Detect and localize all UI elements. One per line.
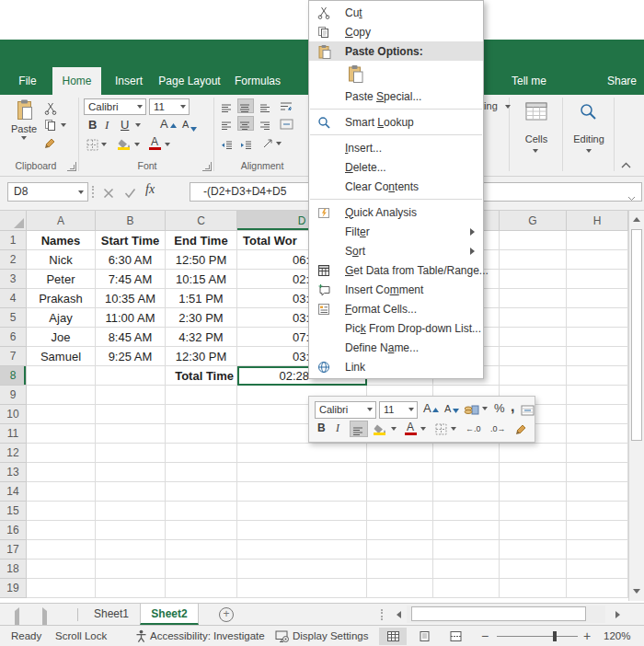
cell-B8[interactable] (96, 366, 166, 386)
scrollbar-resize-handle[interactable] (381, 609, 385, 620)
cell-C15[interactable] (166, 502, 237, 521)
cell-C6[interactable]: 4:32 PM (166, 328, 237, 347)
cell-H8[interactable] (567, 366, 628, 386)
cell-A9[interactable] (27, 386, 96, 405)
cell-A3[interactable]: Peter (27, 270, 96, 289)
mini-format-painter-icon[interactable] (515, 422, 527, 439)
scroll-up-icon[interactable] (629, 211, 644, 227)
hscroll-right-icon[interactable] (609, 606, 626, 623)
cell-H3[interactable] (567, 270, 628, 289)
enter-icon[interactable] (124, 186, 136, 202)
row-header-15[interactable]: 15 (0, 502, 27, 521)
zoom-slider-thumb[interactable] (553, 631, 557, 641)
cell-C11[interactable] (166, 424, 237, 444)
mini-font-color-button[interactable]: A (407, 421, 414, 433)
tab-formulas[interactable]: Formulas (228, 67, 287, 95)
column-header-H[interactable]: H (567, 211, 628, 231)
mini-borders-dropdown-icon[interactable] (451, 427, 456, 431)
cell-C7[interactable]: 12:30 PM (166, 347, 237, 366)
cell-A16[interactable] (27, 521, 96, 540)
cell-G8[interactable] (500, 366, 567, 386)
cell-A4[interactable]: Prakash (27, 289, 96, 308)
cell-H4[interactable] (567, 289, 628, 308)
cell-F18[interactable] (433, 559, 500, 579)
cell-B19[interactable] (96, 579, 166, 598)
menu-item-format-cells[interactable]: Format Cells... (309, 299, 483, 318)
menu-item-pick-from-drop-down-list[interactable]: Pick From Drop-down List... (309, 318, 483, 338)
row-header-18[interactable]: 18 (0, 559, 27, 579)
cell-H11[interactable] (567, 424, 628, 444)
top-align-icon[interactable] (221, 100, 232, 117)
cell-H7[interactable] (567, 347, 628, 366)
mini-font-name-select[interactable]: Calibri (315, 401, 376, 419)
mini-borders-icon[interactable] (435, 422, 447, 439)
scroll-down-icon[interactable] (629, 583, 644, 599)
cell-B5[interactable]: 11:00 AM (96, 308, 166, 328)
cell-A12[interactable] (27, 444, 96, 463)
cell-C18[interactable] (166, 559, 237, 579)
mini-fill-dropdown-icon[interactable] (391, 427, 397, 431)
status-scroll-lock[interactable]: Scroll Lock (55, 626, 107, 646)
cell-C1[interactable]: End Time (166, 231, 237, 250)
cell-E18[interactable] (367, 559, 433, 579)
italic-button[interactable]: I (105, 118, 109, 133)
status-accessibility[interactable]: Accessibility: Investigate (150, 626, 265, 646)
mini-align-center-icon[interactable] (352, 423, 363, 440)
cell-A11[interactable] (27, 424, 96, 444)
cell-G14[interactable] (500, 482, 567, 502)
hscroll-left-icon[interactable] (390, 606, 407, 623)
cell-B3[interactable]: 7:45 AM (96, 270, 166, 289)
name-box[interactable]: D8 (7, 182, 88, 202)
zoom-level[interactable]: 120% (604, 626, 630, 646)
cell-B1[interactable]: Start Time (96, 231, 166, 250)
font-color-dropdown-icon[interactable] (165, 143, 170, 146)
row-header-10[interactable]: 10 (0, 405, 27, 424)
orientation-icon[interactable] (262, 136, 273, 153)
bold-button[interactable]: B (88, 118, 97, 132)
row-header-14[interactable]: 14 (0, 482, 27, 502)
cell-B9[interactable] (96, 386, 166, 405)
increase-indent-icon[interactable] (240, 137, 252, 154)
row-header-5[interactable]: 5 (0, 308, 27, 328)
cell-G7[interactable] (500, 347, 567, 366)
cell-E13[interactable] (367, 463, 433, 482)
menu-item-quick-analysis[interactable]: Quick Analysis (309, 202, 483, 222)
mini-grow-font-button[interactable]: A (423, 401, 431, 415)
row-header-19[interactable]: 19 (0, 579, 27, 598)
cell-D15[interactable] (237, 502, 367, 521)
menu-item-get-data-from-table-range[interactable]: Get Data from Table/Range... (309, 260, 483, 280)
cell-G18[interactable] (500, 559, 567, 579)
cell-F13[interactable] (433, 463, 500, 482)
copy-icon[interactable] (44, 119, 57, 135)
cell-H5[interactable] (567, 308, 628, 328)
cell-C14[interactable] (166, 482, 237, 502)
cell-D18[interactable] (237, 559, 367, 579)
cell-D13[interactable] (237, 463, 367, 482)
cell-A6[interactable]: Joe (27, 328, 96, 347)
row-header-4[interactable]: 4 (0, 289, 27, 308)
cell-H16[interactable] (567, 521, 628, 540)
cell-G3[interactable] (500, 270, 567, 289)
cell-F15[interactable] (433, 502, 500, 521)
mini-italic-button[interactable]: I (336, 421, 339, 435)
cell-C5[interactable]: 2:30 PM (166, 308, 237, 328)
middle-align-icon[interactable] (239, 100, 250, 117)
menu-item-paste-special[interactable]: Paste Special... (309, 87, 483, 106)
menu-item-filter[interactable]: Filter (309, 222, 483, 241)
cell-G17[interactable] (500, 540, 567, 559)
cell-F19[interactable] (433, 579, 500, 598)
cell-H19[interactable] (567, 579, 628, 598)
menu-item-delete[interactable]: Delete... (309, 157, 483, 177)
cell-D12[interactable] (237, 444, 367, 463)
mini-comma-button[interactable]: , (511, 398, 514, 415)
cell-G4[interactable] (500, 289, 567, 308)
decrease-indent-icon[interactable] (221, 137, 233, 154)
cell-C19[interactable] (166, 579, 237, 598)
wrap-text-icon[interactable] (280, 99, 293, 116)
cell-A2[interactable]: Nick (27, 250, 96, 270)
menu-item-sort[interactable]: Sort (309, 241, 483, 260)
cell-A18[interactable] (27, 559, 96, 579)
cells-button[interactable]: Cells (511, 133, 562, 144)
cell-B10[interactable] (96, 405, 166, 424)
mini-accounting-format-icon[interactable] (464, 403, 479, 420)
